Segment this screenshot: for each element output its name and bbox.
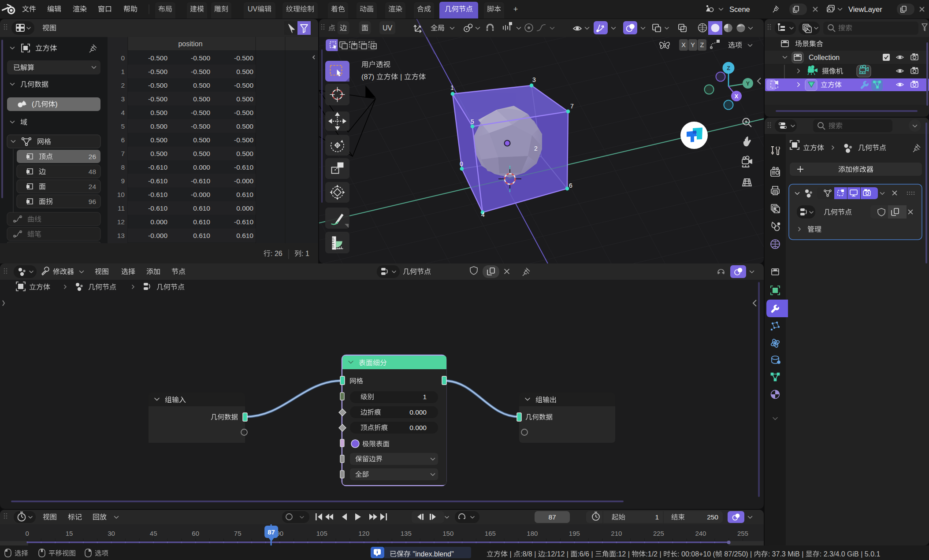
- svg-text:-0.500: -0.500: [148, 68, 167, 75]
- svg-text:96: 96: [89, 198, 96, 205]
- svg-text:0.610: 0.610: [236, 232, 253, 239]
- svg-text:0.000: 0.000: [236, 204, 253, 212]
- svg-text:-0.000: -0.000: [191, 191, 210, 198]
- svg-text:0: 0: [25, 530, 29, 537]
- svg-text:105: 105: [316, 530, 327, 537]
- svg-text:60: 60: [192, 530, 199, 537]
- svg-text:7: 7: [570, 103, 574, 110]
- svg-text:-0.500: -0.500: [191, 122, 210, 130]
- svg-text:0.000: 0.000: [409, 408, 427, 416]
- svg-text:Y: Y: [746, 81, 750, 87]
- svg-text:-0.500: -0.500: [148, 54, 167, 62]
- svg-text:45: 45: [150, 530, 157, 537]
- svg-text:|: |: [398, 73, 404, 81]
- svg-text:4: 4: [481, 211, 485, 218]
- svg-text:Collection: Collection: [809, 54, 840, 61]
- svg-text:210: 210: [611, 530, 622, 537]
- svg-text:0.500: 0.500: [236, 150, 253, 157]
- svg-text:-0.610: -0.610: [148, 177, 167, 185]
- svg-text:5: 5: [471, 118, 474, 125]
- svg-text:255: 255: [737, 530, 748, 537]
- svg-text:165: 165: [485, 530, 496, 537]
- svg-text:135: 135: [401, 530, 412, 537]
- svg-text:4: 4: [121, 109, 125, 116]
- svg-text:0.610: 0.610: [193, 204, 210, 212]
- svg-text:X: X: [681, 41, 686, 48]
- svg-text:1: 1: [423, 393, 427, 401]
- svg-text:0.610: 0.610: [193, 232, 210, 239]
- svg-text:195: 195: [569, 530, 580, 537]
- svg-text:0.500: 0.500: [150, 150, 167, 157]
- svg-text:0.500: 0.500: [236, 95, 253, 103]
- svg-text:0.500: 0.500: [150, 109, 167, 116]
- svg-text:0.000: 0.000: [150, 218, 167, 226]
- svg-text:-0.500: -0.500: [234, 82, 253, 89]
- svg-text:75: 75: [234, 530, 242, 537]
- svg-text:240: 240: [695, 530, 706, 537]
- svg-text:7: 7: [121, 150, 125, 157]
- svg-text:Scene: Scene: [729, 5, 750, 13]
- svg-text:0.500: 0.500: [193, 82, 210, 89]
- svg-text:0.610: 0.610: [236, 191, 253, 198]
- svg-text:10: 10: [117, 191, 125, 198]
- svg-text:0.000: 0.000: [193, 163, 210, 171]
- svg-text::8/8 |: :8/8 |: [520, 550, 538, 558]
- svg-text:13: 13: [117, 232, 125, 239]
- svg-text:: 37.3 MiB |: : 37.3 MiB |: [768, 550, 806, 558]
- svg-text:ViewLayer: ViewLayer: [848, 5, 882, 13]
- svg-text:): ): [55, 100, 57, 108]
- svg-text:(87): (87): [361, 73, 376, 81]
- svg-text:+: +: [513, 5, 518, 14]
- svg-text:-0.610: -0.610: [191, 177, 210, 185]
- svg-text:: 2.3/4.0 GiB | 5.0.1: : 2.3/4.0 GiB | 5.0.1: [820, 550, 881, 558]
- svg-text:0.500: 0.500: [193, 136, 210, 144]
- svg-text:5: 5: [121, 122, 125, 130]
- svg-text:UV: UV: [383, 24, 393, 32]
- svg-text:3: 3: [532, 76, 536, 83]
- svg-text:0.500: 0.500: [236, 122, 253, 130]
- svg-text:: 26: : 26: [271, 250, 282, 257]
- svg-text:Z: Z: [700, 41, 704, 48]
- svg-text:0.000: 0.000: [409, 424, 427, 431]
- svg-text:-0.500: -0.500: [191, 68, 210, 75]
- svg-text:8: 8: [121, 163, 125, 171]
- svg-text:87: 87: [268, 528, 275, 536]
- svg-text:-0.610: -0.610: [234, 163, 253, 171]
- svg-text:6: 6: [569, 182, 572, 189]
- svg-text:26: 26: [89, 153, 96, 160]
- svg-text:0.500: 0.500: [150, 136, 167, 144]
- svg-text:-0.500: -0.500: [234, 136, 253, 144]
- svg-text:UV: UV: [248, 5, 258, 13]
- svg-text:0.500: 0.500: [150, 122, 167, 130]
- svg-text:1: 1: [655, 513, 659, 521]
- svg-text:: 00:08+10 (: : 00:08+10 (: [677, 550, 716, 558]
- svg-text:0.610: 0.610: [193, 218, 210, 226]
- svg-text:15: 15: [66, 530, 73, 537]
- svg-text:-0.000: -0.000: [234, 177, 253, 185]
- svg-text:Z: Z: [727, 65, 730, 71]
- svg-text:Y: Y: [691, 41, 695, 48]
- svg-text:6: 6: [121, 136, 125, 144]
- svg-text:0.500: 0.500: [236, 68, 253, 75]
- svg-text:X: X: [735, 93, 739, 100]
- svg-text:-0.610: -0.610: [234, 218, 253, 226]
- svg-text:-0.500: -0.500: [234, 54, 253, 62]
- svg-text:48: 48: [89, 168, 96, 175]
- svg-text:9: 9: [121, 177, 125, 185]
- svg-text:-0.610: -0.610: [148, 204, 167, 212]
- svg-text:|: |: [508, 550, 513, 558]
- svg-text:87: 87: [548, 513, 556, 521]
- svg-text::12/12 |: :12/12 |: [545, 550, 571, 558]
- svg-text:0: 0: [121, 54, 125, 62]
- svg-text:2: 2: [534, 145, 538, 152]
- svg-text:-0.500: -0.500: [191, 54, 210, 62]
- svg-text:0.500: 0.500: [193, 150, 210, 157]
- svg-text:87/250) |: 87/250) |: [722, 550, 754, 558]
- svg-text::6/6 |: :6/6 |: [577, 550, 595, 558]
- svg-text:2: 2: [121, 82, 125, 89]
- svg-text:-0.500: -0.500: [148, 95, 167, 103]
- svg-text:-0.500: -0.500: [191, 109, 210, 116]
- svg-text:-0.500: -0.500: [148, 82, 167, 89]
- svg-text:120: 120: [358, 530, 369, 537]
- svg-text:12: 12: [117, 218, 125, 226]
